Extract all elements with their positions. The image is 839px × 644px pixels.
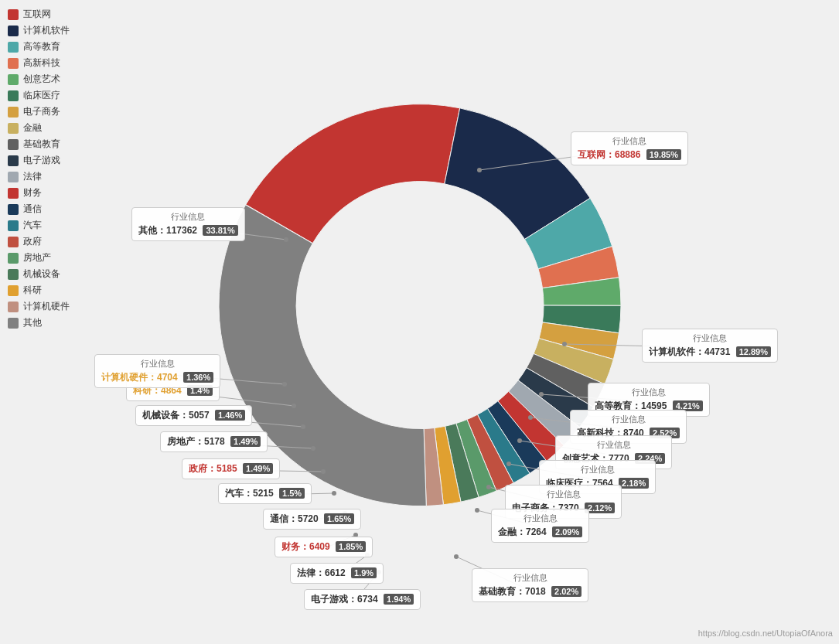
tooltip-title: 行业信息 [479, 572, 582, 584]
legend-label: 财务 [23, 186, 42, 199]
legend-color [8, 172, 19, 182]
legend-item: 科研 [8, 284, 70, 297]
legend-label: 其他 [23, 316, 42, 329]
legend-label: 高等教育 [23, 40, 60, 53]
legend-color [8, 269, 19, 280]
legend-label: 计算机软件 [23, 24, 70, 37]
legend-label: 房地产 [23, 251, 51, 264]
tooltip-title: 行业信息 [649, 332, 771, 344]
tooltip-pct: 2.02% [551, 586, 582, 597]
legend-item: 临床医疗 [8, 89, 70, 102]
tooltip-pct: 1.9% [351, 567, 377, 578]
legend-color [8, 42, 19, 53]
legend-color [8, 26, 19, 36]
legend-color [8, 285, 19, 296]
legend-item: 高新科技 [8, 56, 70, 70]
legend-label: 互联网 [23, 8, 51, 21]
legend-color [8, 302, 19, 312]
connector-line-12 [325, 535, 356, 548]
legend-label: 法律 [23, 170, 42, 183]
donut-segment-互联网 [245, 104, 459, 243]
legend-item: 电子商务 [8, 105, 70, 118]
legend-item: 计算机硬件 [8, 300, 70, 313]
legend-label: 政府 [23, 235, 42, 248]
legend-item: 财务 [8, 186, 70, 199]
legend-color [8, 188, 19, 199]
legend-item: 互联网 [8, 8, 70, 21]
tooltip-value: 科研：4864 1.4% [133, 384, 213, 397]
tooltip-pct: 1.94% [384, 594, 414, 605]
legend-color [8, 253, 19, 264]
connector-line-9 [456, 557, 522, 587]
legend-item: 电子游戏 [8, 154, 70, 167]
legend-item: 其他 [8, 316, 70, 329]
legend-item: 基础教育 [8, 138, 70, 151]
legend-label: 创意艺术 [23, 73, 60, 86]
legend-label: 高新科技 [23, 56, 60, 70]
legend-item: 计算机软件 [8, 24, 70, 37]
tooltip-pct: 2.24% [635, 453, 665, 464]
legend-item: 法律 [8, 170, 70, 183]
tooltip-box-9: 行业信息基础教育：7018 2.02% [472, 568, 588, 602]
donut-segment-其他 [218, 205, 425, 506]
legend-label: 电子游戏 [23, 154, 60, 167]
connector-line-10 [354, 572, 379, 601]
legend-color [8, 9, 19, 20]
tooltip-box-10: 电子游戏：6734 1.94% [304, 589, 421, 610]
tooltip-value: 法律：6612 1.9% [297, 567, 377, 580]
connector-line-11 [340, 555, 367, 574]
legend-item: 高等教育 [8, 40, 70, 53]
legend: 互联网计算机软件高等教育高新科技创意艺术临床医疗电子商务金融基础教育电子游戏法律… [8, 8, 70, 329]
connector-dot-9 [454, 554, 459, 559]
legend-item: 汽车 [8, 219, 70, 232]
legend-item: 政府 [8, 235, 70, 248]
chart-container: 互联网计算机软件高等教育高新科技创意艺术临床医疗电子商务金融基础教育电子游戏法律… [0, 0, 839, 644]
tooltip-pct: 12.89% [736, 346, 771, 357]
legend-color [8, 220, 19, 231]
legend-color [8, 90, 19, 101]
legend-item: 通信 [8, 203, 70, 216]
tooltip-pct: 2.52% [650, 428, 680, 438]
legend-color [8, 204, 19, 215]
legend-label: 汽车 [23, 219, 42, 232]
tooltip-value: 财务：6409 1.85% [281, 540, 366, 554]
legend-label: 电子商务 [23, 105, 60, 118]
tooltip-box-19: 行业信息计算机硬件：4704 1.36% [94, 354, 220, 388]
legend-item: 创意艺术 [8, 73, 70, 86]
watermark: https://blog.csdn.net/UtopiaOfAnora [698, 629, 833, 638]
legend-item: 机械设备 [8, 267, 70, 281]
tooltip-pct: 1.85% [336, 541, 366, 552]
tooltip-value: 金融：7264 2.09% [498, 526, 582, 539]
tooltip-box-11: 法律：6612 1.9% [290, 563, 384, 584]
legend-label: 金融 [23, 121, 42, 135]
legend-label: 临床医疗 [23, 89, 60, 102]
tooltip-title: 行业信息 [101, 358, 213, 370]
legend-label: 通信 [23, 203, 42, 216]
legend-color [8, 107, 19, 118]
tooltip-value: 电子游戏：6734 1.94% [311, 593, 414, 606]
legend-item: 房地产 [8, 251, 70, 264]
tooltip-box-12: 财务：6409 1.85% [275, 537, 373, 557]
tooltip-value: 计算机硬件：4704 1.36% [101, 371, 213, 384]
legend-color [8, 237, 19, 247]
legend-color [8, 155, 19, 166]
tooltip-value: 基础教育：7018 2.02% [479, 585, 582, 598]
legend-color [8, 58, 19, 69]
tooltip-pct: 19.85% [646, 149, 681, 160]
legend-color [8, 74, 19, 85]
tooltip-pct: 4.21% [673, 400, 703, 411]
connector-dot-12 [353, 533, 358, 537]
legend-label: 科研 [23, 284, 42, 297]
donut-chart [203, 88, 636, 521]
tooltip-pct: 2.09% [552, 526, 582, 537]
legend-label: 计算机硬件 [23, 300, 70, 313]
legend-item: 金融 [8, 121, 70, 135]
tooltip-box-2: 行业信息计算机软件：44731 12.89% [642, 329, 778, 363]
legend-color [8, 123, 19, 134]
legend-label: 基础教育 [23, 138, 60, 151]
legend-color [8, 318, 19, 329]
legend-label: 机械设备 [23, 267, 60, 281]
legend-color [8, 139, 19, 150]
connector-dot-11 [365, 553, 370, 557]
connector-dot-10 [377, 570, 381, 574]
